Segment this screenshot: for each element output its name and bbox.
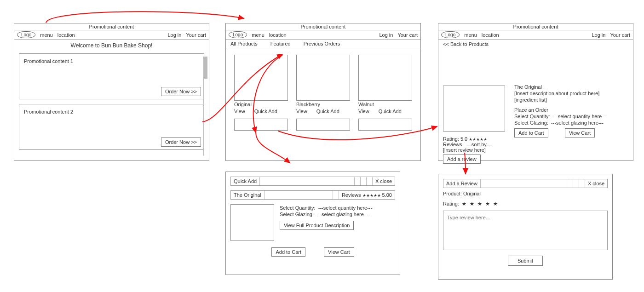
review-text: [insert review here]	[443, 147, 492, 153]
logo[interactable]: Logo	[17, 31, 35, 38]
product-grid-row2	[226, 116, 420, 136]
modal-header-strip: Add a Review X close	[443, 179, 608, 188]
promo-card-1: Promotional content 1 Order Now >>	[19, 53, 204, 99]
logo[interactable]: Logo	[229, 31, 247, 38]
star-icons: ★★★★★	[362, 193, 381, 198]
tab-previous-orders[interactable]: Previous Orders	[304, 41, 340, 46]
ingredient-list: [ingredient list]	[514, 97, 628, 103]
modal-title: Quick Add	[231, 177, 260, 185]
quick-add-link[interactable]: Quick Add	[254, 109, 277, 114]
nav-login[interactable]: Log in	[167, 32, 181, 38]
submit-button[interactable]: Submit	[508, 256, 543, 266]
promo-banner: Promotional content	[438, 23, 633, 30]
quick-add-link[interactable]: Quick Add	[316, 109, 339, 114]
nav-location[interactable]: location	[482, 32, 499, 38]
product-image	[358, 55, 412, 101]
select-glazing-dropdown[interactable]: ---select glazing here---	[551, 120, 604, 126]
select-quantity-dropdown[interactable]: ---select quantity here---	[318, 205, 372, 211]
product-image	[234, 119, 288, 131]
select-glazing-label: Select Glazing:	[280, 212, 314, 217]
product-image	[296, 55, 350, 101]
nav-login[interactable]: Log in	[379, 32, 393, 38]
modal-product-strip: The Original Reviews ★★★★★ 5.00	[230, 190, 395, 200]
product-title: The Original	[514, 84, 628, 90]
product-detail-screen: Promotional content Logo menu location L…	[438, 23, 633, 161]
select-glazing-label: Select Glazing:	[514, 120, 548, 126]
view-link[interactable]: View	[296, 109, 307, 114]
nav-location[interactable]: location	[58, 32, 75, 38]
promo-card-2: Promotional content 2 Order Now >>	[19, 104, 204, 150]
product-name: Blackberry	[296, 102, 350, 107]
nav-cart[interactable]: Your cart	[397, 32, 418, 38]
order-now-button-2[interactable]: Order Now >>	[161, 137, 201, 147]
view-link[interactable]: View	[234, 109, 245, 114]
nav-cart[interactable]: Your cart	[610, 32, 630, 38]
listing-tabs: All Products Featured Previous Orders	[226, 40, 420, 48]
select-glazing-dropdown[interactable]: ---select glazing here---	[316, 212, 369, 217]
select-quantity-dropdown[interactable]: ---select quantity here---	[553, 114, 607, 119]
quick-add-link[interactable]: Quick Add	[379, 109, 402, 114]
nav-login[interactable]: Log in	[592, 32, 605, 38]
product-card-walnut: Walnut View Quick Add	[358, 55, 412, 114]
nav-cart[interactable]: Your cart	[186, 32, 206, 38]
home-screen: Promotional content Logo menu location L…	[14, 23, 209, 161]
product-label: Product: Original	[443, 191, 608, 196]
promo-banner: Promotional content	[226, 23, 420, 30]
product-grid: Original View Quick Add Blackberry View …	[226, 48, 420, 116]
add-to-cart-button[interactable]: Add to Cart	[271, 247, 305, 257]
promo-card-1-text: Promotional content 1	[24, 58, 73, 64]
view-cart-button[interactable]: View Cart	[324, 247, 354, 257]
select-quantity-label: Select Quantity:	[280, 205, 316, 211]
view-cart-button[interactable]: View Cart	[565, 128, 595, 137]
nav-menu[interactable]: menu	[252, 32, 264, 38]
product-description: [Insert description about product here]	[514, 91, 628, 96]
sort-by-dropdown[interactable]: ---sort by---	[466, 142, 492, 147]
promo-banner: Promotional content	[14, 23, 209, 30]
product-card-original: Original View Quick Add	[234, 55, 288, 114]
product-image	[234, 55, 288, 101]
review-textarea[interactable]: Type review here…	[443, 211, 608, 250]
view-link[interactable]: View	[358, 109, 369, 114]
place-order-heading: Place an Order	[514, 107, 628, 113]
nav-menu[interactable]: menu	[464, 32, 477, 38]
rating-number: 5.00	[382, 192, 392, 198]
welcome-heading: Welcome to Bun Bun Bake Shop!	[14, 40, 209, 49]
promo-card-2-text: Promotional content 2	[24, 109, 73, 115]
product-name: Walnut	[358, 102, 412, 107]
reviews-label: Reviews	[443, 142, 462, 147]
nav-location[interactable]: location	[269, 32, 287, 38]
scrollbar[interactable]	[203, 57, 207, 156]
reviews-label: Reviews	[342, 192, 361, 198]
logo[interactable]: Logo	[441, 31, 460, 38]
nav-menu[interactable]: menu	[40, 32, 53, 38]
close-button[interactable]: X close	[585, 179, 607, 188]
tab-all-products[interactable]: All Products	[230, 41, 258, 46]
modal-title: Add a Review	[443, 179, 481, 188]
tab-featured[interactable]: Featured	[270, 41, 291, 46]
select-quantity-label: Select Quantity:	[514, 114, 550, 119]
product-image	[358, 119, 412, 131]
view-full-description-button[interactable]: View Full Product Description	[280, 221, 354, 230]
star-icons: ★★★★★	[469, 137, 487, 142]
main-nav: Logo menu location Log in Your cart	[14, 30, 209, 40]
rating-label: Rating: 5.0	[443, 136, 467, 142]
star-rating-input[interactable]: ★ ★ ★ ★ ★	[462, 201, 499, 206]
product-image-large	[443, 86, 505, 132]
add-review-button[interactable]: Add a review	[443, 155, 481, 164]
add-review-modal: Add a Review X close Product: Original R…	[438, 174, 613, 280]
close-button[interactable]: X close	[373, 177, 395, 185]
product-image	[296, 119, 350, 131]
product-name: Original	[234, 102, 288, 107]
rating-label: Rating:	[443, 201, 459, 206]
main-nav: Logo menu location Log in Your cart	[438, 30, 633, 40]
order-now-button-1[interactable]: Order Now >>	[161, 87, 201, 96]
main-nav: Logo menu location Log in Your cart	[226, 30, 420, 40]
product-image	[230, 204, 274, 241]
product-card-blackberry: Blackberry View Quick Add	[296, 55, 350, 114]
modal-product-name: The Original	[231, 191, 264, 199]
add-to-cart-button[interactable]: Add to Cart	[514, 128, 548, 137]
product-list-screen: Promotional content Logo menu location L…	[225, 23, 421, 161]
modal-header-strip: Quick Add X close	[230, 177, 395, 186]
back-link[interactable]: << Back to Products	[438, 40, 633, 49]
quick-add-modal: Quick Add X close The Original Reviews ★…	[225, 172, 400, 275]
